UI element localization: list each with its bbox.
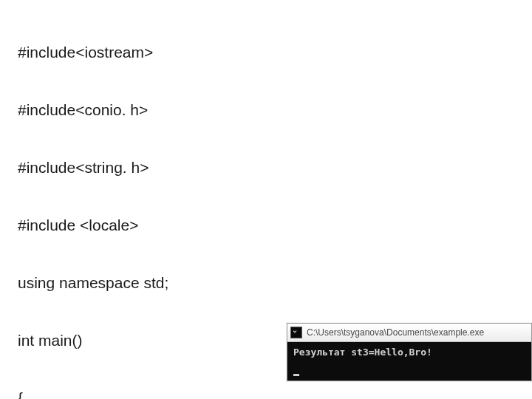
console-body: Результат st3=Hello,Bro! — [287, 342, 531, 381]
console-titlebar: C:\Users\tsyganova\Documents\example.exe — [287, 324, 531, 342]
code-line: using namespace std; — [18, 273, 284, 293]
console-output-line: Результат st3=Hello,Bro! — [293, 347, 525, 358]
source-code-block: #include<iostream> #include<conio. h> #i… — [18, 4, 284, 399]
console-window: C:\Users\tsyganova\Documents\example.exe… — [287, 323, 532, 381]
terminal-icon — [290, 327, 302, 338]
code-line: #include<string. h> — [18, 158, 284, 177]
code-line: #include <locale> — [18, 216, 284, 235]
code-line: #include<conio. h> — [18, 100, 284, 120]
slide-page: #include<iostream> #include<conio. h> #i… — [0, 0, 532, 399]
code-line: { — [18, 389, 284, 399]
console-title: C:\Users\tsyganova\Documents\example.exe — [307, 327, 484, 338]
code-line: #include<iostream> — [18, 43, 284, 62]
code-line: int main() — [18, 331, 284, 350]
console-cursor — [293, 374, 299, 376]
